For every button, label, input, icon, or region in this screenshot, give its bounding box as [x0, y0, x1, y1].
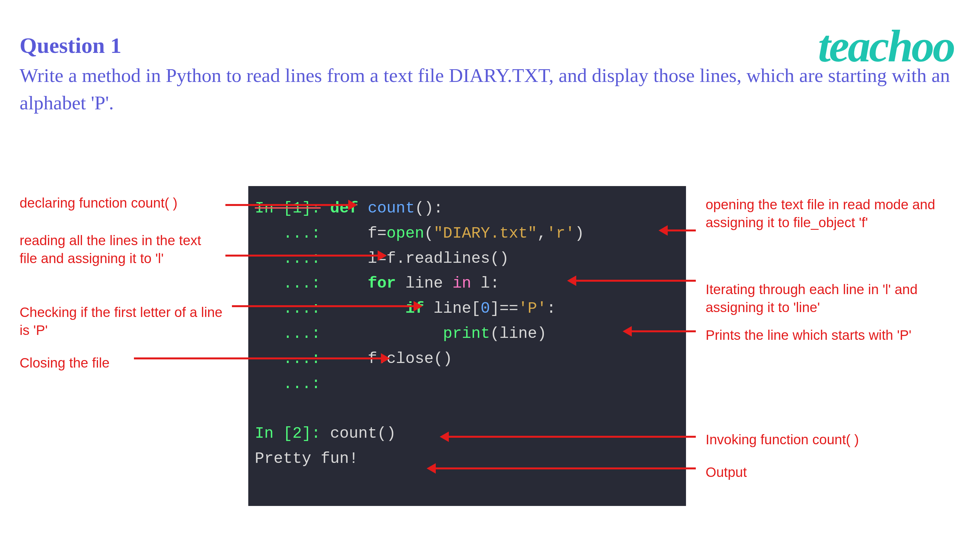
- arrow-icon: [447, 436, 696, 438]
- code-line-9: In [2]: count(): [255, 421, 679, 446]
- annotation-print: Prints the line which starts with 'P': [706, 326, 967, 345]
- code-line-1: In [1]: def count():: [255, 196, 679, 221]
- annotation-iterate: Iterating through each line in 'l' and a…: [706, 281, 954, 316]
- code-line-2: ...: f=open("DIARY.txt",'r'): [255, 221, 679, 246]
- question-number: Question 1: [20, 33, 960, 59]
- arrow-icon: [225, 204, 350, 206]
- annotation-output: Output: [706, 464, 803, 481]
- arrow-icon: [225, 255, 379, 257]
- code-line-4: ...: for line in l:: [255, 271, 679, 296]
- annotation-declare-func: declaring function count( ): [20, 194, 222, 212]
- code-line-8: ...:: [255, 372, 679, 397]
- arrow-icon: [134, 357, 382, 359]
- question-text: Write a method in Python to read lines f…: [20, 62, 960, 116]
- arrow-icon: [575, 280, 696, 282]
- annotation-open-file: opening the text file in read mode and a…: [706, 196, 951, 232]
- code-block: In [1]: def count(): ...: f=open("DIARY.…: [248, 186, 686, 506]
- arrow-icon: [232, 305, 415, 307]
- annotation-readlines: reading all the lines in the text file a…: [20, 232, 222, 267]
- annotation-check-first: Checking if the first letter of a line i…: [20, 303, 229, 339]
- code-line-6: ...: print(line): [255, 321, 679, 346]
- annotation-invoke: Invoking function count( ): [706, 431, 902, 449]
- arrow-icon: [667, 229, 696, 232]
- annotation-close-file: Closing the file: [20, 354, 150, 372]
- question-header: Question 1 Write a method in Python to r…: [20, 33, 960, 116]
- code-line-5: ...: if line[0]=='P':: [255, 296, 679, 321]
- arrow-icon: [630, 330, 696, 332]
- code-line-3: ...: l=f.readlines(): [255, 246, 679, 271]
- arrow-icon: [434, 467, 696, 469]
